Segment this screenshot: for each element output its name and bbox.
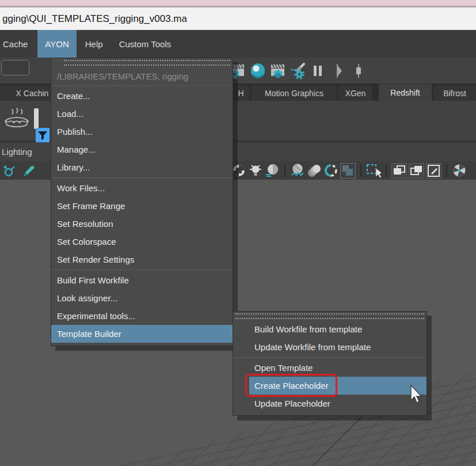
viewport-toolbar <box>231 161 476 180</box>
aperture-icon[interactable] <box>452 163 467 178</box>
menu-item-create[interactable]: Create... <box>51 87 233 105</box>
pan-zoom-icon[interactable] <box>2 163 17 178</box>
menu-item-set-colorspace[interactable]: Set Colorspace <box>51 233 233 251</box>
submenu-item-update-workfile-from-template[interactable]: Update Workfile from template <box>233 338 427 356</box>
shelf-tab-redshift[interactable]: Redshift <box>379 84 432 101</box>
shelf-tab-xgen[interactable]: XGen <box>338 85 372 101</box>
tear-off-handle[interactable] <box>64 60 230 66</box>
play-marker-icon[interactable] <box>330 62 347 79</box>
motion-blur-icon[interactable] <box>307 163 322 178</box>
menu-separator <box>233 357 427 358</box>
pie-icon[interactable] <box>2 104 31 133</box>
image-plane-alt-button[interactable] <box>409 163 424 179</box>
light-bulb-icon[interactable] <box>248 163 263 178</box>
submenu-item-update-placeholder[interactable]: Update Placeholder <box>233 395 427 412</box>
toolbar-separator <box>386 164 387 177</box>
panel-menu-lighting[interactable]: Lighting <box>2 147 32 157</box>
panel-toolbar-left <box>2 163 36 178</box>
menu-item-manage[interactable]: Manage... <box>51 141 233 158</box>
checker-sphere-icon[interactable] <box>231 163 246 178</box>
menubar-item-cache[interactable]: Cache <box>0 30 35 58</box>
isolate-select-button[interactable] <box>366 163 381 178</box>
toolbar-separator <box>284 164 285 177</box>
partial-shelf-icon[interactable] <box>34 108 39 129</box>
menubar-item-ayon[interactable]: AYON <box>37 30 76 58</box>
menu-item-look-assigner[interactable]: Look assigner... <box>51 289 233 307</box>
render-view-icon[interactable] <box>249 62 266 79</box>
menu-item-work-files[interactable]: Work Files... <box>51 179 233 197</box>
submenu-item-build-workfile-from-template[interactable]: Build Workfile from template <box>233 320 427 338</box>
menu-item-set-frame-range[interactable]: Set Frame Range <box>51 197 233 215</box>
shaded-sphere-icon[interactable] <box>265 163 280 178</box>
menu-context-header: /LIBRARIES/TEMPLATES, rigging <box>51 67 233 86</box>
tear-off-handle[interactable] <box>235 313 424 319</box>
menubar-item-custom-tools[interactable]: Custom Tools <box>112 30 179 58</box>
paint-gear-icon[interactable] <box>290 62 307 79</box>
toolbar-separator <box>360 164 361 177</box>
shelf-tab-motion-graphics[interactable]: Motion Graphics <box>252 85 337 101</box>
pause-icon[interactable] <box>310 62 327 79</box>
shelf-tab-h[interactable]: H <box>233 85 249 101</box>
menu-separator <box>51 270 233 270</box>
menu-item-library[interactable]: Library... <box>51 158 233 176</box>
template-builder-submenu-panel: Build Workfile from templateUpdate Workf… <box>233 311 427 416</box>
playblast-toolbar <box>229 59 367 82</box>
textured-sphere-icon[interactable] <box>290 163 305 178</box>
maya-window: gging\QUI_TEMPLATES_rigging_v003.ma Cach… <box>0 0 476 466</box>
filter-icon[interactable] <box>36 128 49 142</box>
menubar-item-help[interactable]: Help <box>78 30 111 58</box>
menu-item-set-resolution[interactable]: Set Resolution <box>51 215 233 233</box>
menu-item-publish[interactable]: Publish... <box>51 123 233 141</box>
image-plane-button[interactable] <box>391 163 407 179</box>
menu-item-experimental-tools[interactable]: Experimental tools... <box>51 307 233 325</box>
menu-separator <box>51 177 233 178</box>
desktop-strip <box>0 0 476 6</box>
submenu-item-create-placeholder[interactable]: Create Placeholder <box>233 377 427 395</box>
ayon-menu-panel: /LIBRARIES/TEMPLATES, riggingCreate...Lo… <box>51 58 233 346</box>
menu-item-load[interactable]: Load... <box>51 105 233 123</box>
occlusion-icon[interactable] <box>323 163 338 178</box>
annotate-button[interactable] <box>426 163 441 179</box>
main-menubar: CacheAYONHelpCustom Tools <box>0 30 476 58</box>
window-titlebar[interactable]: gging\QUI_TEMPLATES_rigging_v003.ma <box>0 7 476 30</box>
document-path: gging\QUI_TEMPLATES_rigging_v003.ma <box>2 13 187 24</box>
toolbar-separator <box>446 164 447 177</box>
menu-item-set-render-settings[interactable]: Set Render Settings <box>51 251 233 268</box>
menu-item-template-builder[interactable]: Template Builder <box>51 325 233 343</box>
selection-mask-field[interactable] <box>1 60 29 75</box>
xray-button[interactable] <box>340 163 356 179</box>
clapperboard-layers-icon[interactable] <box>269 62 287 79</box>
slider-handle-icon[interactable] <box>350 62 367 79</box>
shelf-tab-bifrost[interactable]: Bifrost <box>433 85 476 101</box>
menu-item-build-first-workfile[interactable]: Build First Workfile <box>51 271 233 289</box>
pencil-icon[interactable] <box>21 163 36 178</box>
submenu-item-open-template[interactable]: Open Template <box>233 359 427 377</box>
